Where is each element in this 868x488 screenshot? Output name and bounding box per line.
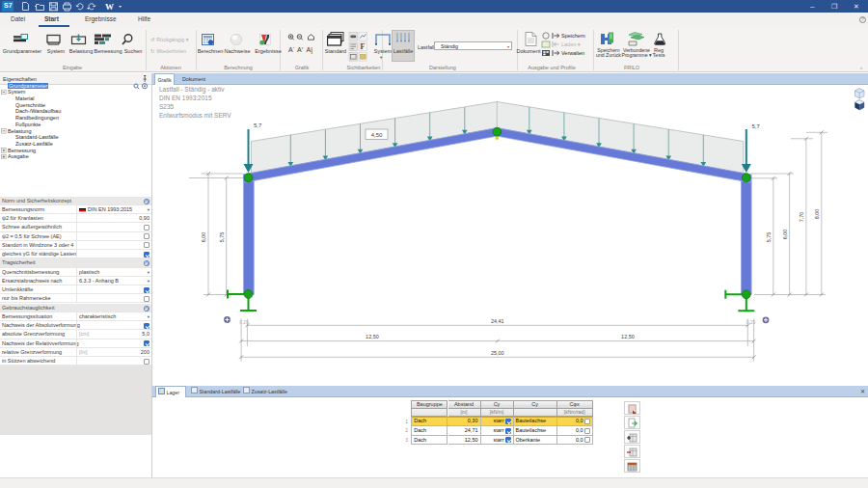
svg-text:DIN EN 1993:2015: DIN EN 1993:2015 xyxy=(159,95,212,101)
svg-text:S235: S235 xyxy=(159,103,175,110)
svg-text:Lastfall - Ständig - aktiv: Lastfall - Ständig - aktiv xyxy=(159,86,225,94)
svg-text:4,50: 4,50 xyxy=(371,132,383,138)
svg-text:5,7: 5,7 xyxy=(254,122,262,128)
svg-text:6,00: 6,00 xyxy=(201,232,206,243)
svg-text:12,50: 12,50 xyxy=(621,334,635,339)
svg-text:5,75: 5,75 xyxy=(766,232,772,243)
svg-text:0,29: 0,29 xyxy=(239,319,249,325)
svg-text:A′: A′ xyxy=(297,46,304,53)
svg-text:8,00: 8,00 xyxy=(814,209,820,220)
svg-text:6,00: 6,00 xyxy=(782,230,788,240)
svg-text:24,41: 24,41 xyxy=(491,318,504,324)
svg-text:12,50: 12,50 xyxy=(366,334,379,339)
svg-text:F: F xyxy=(360,42,365,51)
svg-text:W: W xyxy=(105,2,114,12)
svg-text:25,00: 25,00 xyxy=(491,350,504,356)
svg-text:5,7: 5,7 xyxy=(752,123,761,129)
svg-text:7,70: 7,70 xyxy=(799,212,804,223)
svg-text:Entwurfsmodus mit SERV: Entwurfsmodus mit SERV xyxy=(159,112,231,119)
svg-text:A|: A| xyxy=(307,46,313,54)
svg-text:A´: A´ xyxy=(288,46,295,53)
svg-text:5,75: 5,75 xyxy=(219,232,225,243)
svg-text:0,29: 0,29 xyxy=(746,319,756,325)
